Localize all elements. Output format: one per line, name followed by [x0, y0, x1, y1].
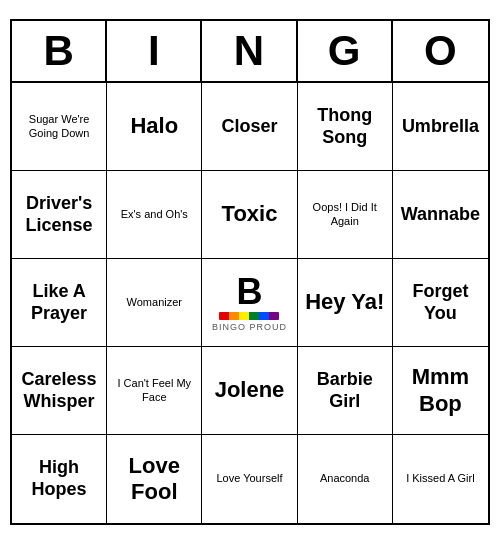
- proud-logo: BBINGO PROUD: [212, 274, 287, 332]
- bingo-cell[interactable]: Mmm Bop: [393, 347, 488, 435]
- cell-text: Careless Whisper: [18, 369, 100, 412]
- cell-text: Closer: [221, 116, 277, 138]
- cell-text: I Kissed A Girl: [406, 472, 474, 485]
- bingo-cell[interactable]: Forget You: [393, 259, 488, 347]
- cell-text: Umbrella: [402, 116, 479, 138]
- bingo-cell[interactable]: Oops! I Did It Again: [298, 171, 393, 259]
- cell-text: Barbie Girl: [304, 369, 386, 412]
- bingo-cell[interactable]: Anaconda: [298, 435, 393, 523]
- cell-text: Love Yourself: [216, 472, 282, 485]
- cell-text: Thong Song: [304, 105, 386, 148]
- bingo-cell[interactable]: Thong Song: [298, 83, 393, 171]
- header-letter: O: [393, 21, 488, 81]
- bingo-grid: Sugar We're Going DownHaloCloserThong So…: [12, 83, 488, 523]
- cell-text: Driver's License: [18, 193, 100, 236]
- bingo-cell[interactable]: Halo: [107, 83, 202, 171]
- bingo-cell[interactable]: I Can't Feel My Face: [107, 347, 202, 435]
- bingo-cell[interactable]: Umbrella: [393, 83, 488, 171]
- bingo-cell[interactable]: Sugar We're Going Down: [12, 83, 107, 171]
- bingo-cell[interactable]: Barbie Girl: [298, 347, 393, 435]
- bingo-cell[interactable]: Love Yourself: [202, 435, 297, 523]
- bingo-cell[interactable]: BBINGO PROUD: [202, 259, 297, 347]
- cell-text: Like A Prayer: [18, 281, 100, 324]
- cell-text: Anaconda: [320, 472, 370, 485]
- cell-text: Womanizer: [127, 296, 182, 309]
- cell-text: I Can't Feel My Face: [113, 377, 195, 403]
- cell-text: Halo: [130, 113, 178, 139]
- cell-text: Oops! I Did It Again: [304, 201, 386, 227]
- bingo-cell[interactable]: Wannabe: [393, 171, 488, 259]
- cell-text: Toxic: [222, 201, 278, 227]
- header-letter: G: [298, 21, 393, 81]
- bingo-cell[interactable]: Womanizer: [107, 259, 202, 347]
- bingo-cell[interactable]: Hey Ya!: [298, 259, 393, 347]
- cell-text: Sugar We're Going Down: [18, 113, 100, 139]
- header-letter: B: [12, 21, 107, 81]
- bingo-cell[interactable]: Ex's and Oh's: [107, 171, 202, 259]
- cell-text: Jolene: [215, 377, 285, 403]
- cell-text: High Hopes: [18, 457, 100, 500]
- header-letter: N: [202, 21, 297, 81]
- bingo-cell[interactable]: Like A Prayer: [12, 259, 107, 347]
- cell-text: Hey Ya!: [305, 289, 384, 315]
- cell-text: Love Fool: [113, 453, 195, 506]
- bingo-cell[interactable]: Toxic: [202, 171, 297, 259]
- bingo-cell[interactable]: Jolene: [202, 347, 297, 435]
- cell-text: Ex's and Oh's: [121, 208, 188, 221]
- bingo-card: BINGO Sugar We're Going DownHaloCloserTh…: [10, 19, 490, 525]
- bingo-header: BINGO: [12, 21, 488, 83]
- bingo-cell[interactable]: Driver's License: [12, 171, 107, 259]
- bingo-cell[interactable]: Closer: [202, 83, 297, 171]
- bingo-cell[interactable]: Careless Whisper: [12, 347, 107, 435]
- header-letter: I: [107, 21, 202, 81]
- bingo-cell[interactable]: Love Fool: [107, 435, 202, 523]
- cell-text: Wannabe: [401, 204, 480, 226]
- cell-text: Mmm Bop: [399, 364, 482, 417]
- cell-text: Forget You: [399, 281, 482, 324]
- bingo-cell[interactable]: High Hopes: [12, 435, 107, 523]
- bingo-cell[interactable]: I Kissed A Girl: [393, 435, 488, 523]
